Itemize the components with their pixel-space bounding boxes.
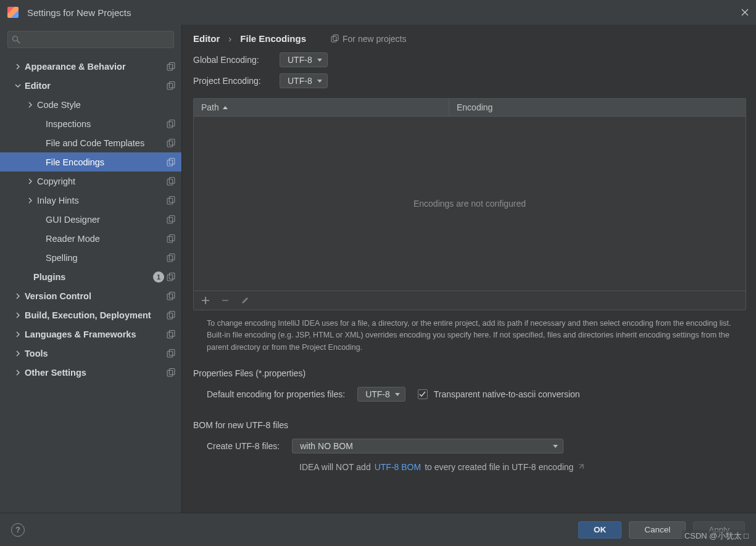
crumb-leaf: File Encodings [240, 33, 306, 44]
sidebar-item[interactable]: File Encodings [0, 152, 181, 172]
settings-tree: Appearance & BehaviorEditorCode StyleIns… [0, 53, 181, 513]
properties-encoding-dropdown[interactable]: UTF-8 [357, 387, 405, 402]
project-encoding-label: Project Encoding: [193, 76, 268, 86]
global-encoding-label: Global Encoding: [193, 55, 268, 65]
svg-rect-11 [167, 179, 173, 185]
svg-rect-14 [169, 196, 175, 202]
svg-rect-25 [167, 313, 173, 319]
svg-rect-31 [167, 370, 173, 376]
encoding-table: Path Encoding Encodings are not configur… [193, 98, 746, 310]
sidebar-item[interactable]: Editor [0, 76, 181, 95]
svg-rect-28 [169, 330, 175, 336]
edit-icon[interactable] [241, 296, 249, 305]
bom-hint: IDEA will NOT add UTF-8 BOM to every cre… [299, 462, 746, 472]
svg-rect-29 [167, 351, 173, 357]
svg-point-0 [13, 36, 18, 41]
svg-rect-26 [169, 311, 175, 317]
svg-rect-5 [167, 122, 173, 128]
sidebar-item[interactable]: Version Control [0, 286, 181, 305]
properties-section: Properties Files (*.properties) [193, 368, 746, 378]
sidebar-item[interactable]: Languages & Frameworks [0, 325, 181, 344]
transparent-conversion-label: Transparent native-to-ascii conversion [434, 389, 580, 399]
global-encoding-dropdown[interactable]: UTF-8 [280, 52, 328, 67]
sidebar-item[interactable]: Spelling [0, 248, 181, 267]
svg-rect-33 [331, 36, 336, 42]
sidebar-item[interactable]: File and Code Templates [0, 133, 181, 152]
chevron-down-icon [317, 59, 322, 62]
svg-rect-1 [167, 64, 173, 70]
svg-rect-17 [167, 236, 173, 242]
svg-rect-12 [169, 177, 175, 183]
chevron-down-icon [317, 80, 322, 83]
svg-rect-21 [167, 275, 173, 281]
svg-rect-2 [169, 62, 175, 68]
sidebar-item[interactable]: Reader Mode [0, 229, 181, 248]
table-header: Path Encoding [194, 99, 746, 117]
create-utf8-label: Create UTF-8 files: [207, 441, 280, 451]
sidebar-item[interactable]: Build, Execution, Deployment [0, 305, 181, 325]
svg-rect-15 [167, 217, 173, 223]
svg-rect-22 [169, 273, 175, 279]
copy-icon [331, 35, 339, 43]
search-icon [12, 35, 20, 44]
sidebar-item[interactable]: Inspections [0, 114, 181, 133]
sidebar: Appearance & BehaviorEditorCode StyleIns… [0, 25, 182, 513]
window-title: Settings for New Projects [27, 7, 131, 18]
add-icon[interactable] [201, 296, 210, 305]
cancel-button[interactable]: Cancel [629, 521, 686, 539]
search-input[interactable] [7, 31, 174, 48]
sidebar-item[interactable]: Tools [0, 344, 181, 363]
remove-icon[interactable] [221, 296, 230, 305]
search-box [7, 31, 174, 48]
svg-rect-4 [169, 81, 175, 88]
svg-rect-18 [169, 234, 175, 241]
crumb-root[interactable]: Editor [193, 33, 220, 44]
svg-rect-30 [169, 349, 175, 355]
svg-rect-7 [167, 141, 173, 147]
ok-button[interactable]: OK [578, 521, 621, 539]
chevron-down-icon [553, 445, 558, 448]
create-utf8-dropdown[interactable]: with NO BOM [292, 439, 563, 453]
svg-rect-9 [167, 160, 173, 166]
col-encoding[interactable]: Encoding [449, 99, 746, 116]
description-text: To change encoding IntelliJ IDEA uses fo… [193, 310, 746, 363]
svg-rect-3 [167, 83, 173, 89]
content: Editor › File Encodings For new projects… [182, 25, 756, 513]
close-icon[interactable] [741, 9, 749, 16]
titlebar: Settings for New Projects [0, 0, 756, 25]
crumb-note: For new projects [331, 34, 406, 44]
sidebar-item[interactable]: Inlay Hints [0, 191, 181, 210]
svg-rect-16 [169, 215, 175, 221]
sort-asc-icon [223, 106, 228, 109]
svg-rect-20 [169, 254, 175, 260]
watermark: CSDN @小犹太 □ [682, 530, 751, 542]
crumb-sep: › [228, 33, 231, 44]
svg-rect-34 [333, 35, 338, 41]
svg-rect-23 [167, 294, 173, 300]
svg-rect-13 [167, 198, 173, 204]
external-link-icon [577, 464, 584, 471]
bom-section: BOM for new UTF-8 files [193, 420, 746, 430]
svg-rect-32 [169, 368, 175, 374]
help-button[interactable]: ? [11, 523, 25, 537]
sidebar-item[interactable]: Code Style [0, 95, 181, 114]
svg-rect-19 [167, 255, 173, 262]
sidebar-item[interactable]: Plugins1 [0, 267, 181, 286]
project-encoding-dropdown[interactable]: UTF-8 [280, 73, 328, 88]
breadcrumb: Editor › File Encodings For new projects [193, 25, 746, 52]
transparent-conversion-checkbox[interactable] [418, 389, 428, 399]
svg-rect-27 [167, 332, 173, 338]
chevron-down-icon [395, 393, 400, 396]
col-path[interactable]: Path [194, 99, 449, 116]
sidebar-item[interactable]: Other Settings [0, 363, 181, 382]
svg-rect-8 [169, 139, 175, 145]
table-toolbar [194, 291, 746, 310]
sidebar-item[interactable]: Copyright [0, 172, 181, 191]
svg-rect-10 [169, 158, 175, 164]
sidebar-item[interactable]: GUI Designer [0, 210, 181, 229]
svg-rect-24 [169, 292, 175, 298]
svg-rect-6 [169, 120, 175, 126]
utf8-bom-link[interactable]: UTF-8 BOM [375, 462, 421, 472]
app-icon [7, 7, 19, 18]
sidebar-item[interactable]: Appearance & Behavior [0, 57, 181, 76]
